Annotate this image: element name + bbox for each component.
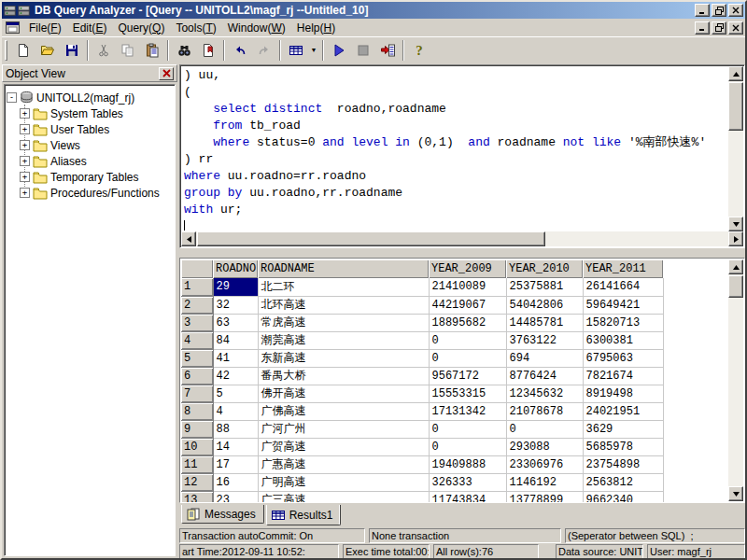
data-cell[interactable]: 常虎高速 — [258, 314, 429, 331]
row-number-cell[interactable]: 8 — [181, 402, 213, 420]
data-cell[interactable]: 佛开高速 — [258, 385, 429, 402]
data-cell[interactable]: 7821674 — [583, 367, 663, 385]
expand-icon[interactable]: + — [20, 108, 30, 119]
expand-icon[interactable]: + — [20, 188, 30, 198]
data-cell[interactable]: 东新高速 — [258, 349, 429, 367]
data-cell[interactable]: 0 — [429, 349, 506, 367]
data-cell[interactable]: 63 — [213, 314, 258, 331]
column-header-year_2010[interactable]: YEAR_2010 — [506, 259, 583, 278]
object-view-close-button[interactable] — [159, 67, 174, 80]
scroll-down-icon[interactable] — [728, 486, 743, 501]
data-cell[interactable]: 84 — [213, 331, 258, 349]
undo-button[interactable] — [229, 39, 251, 62]
help-button[interactable]: ? — [408, 39, 430, 62]
column-header-year_2011[interactable]: YEAR_2011 — [583, 259, 663, 278]
data-cell[interactable]: 3763122 — [506, 331, 583, 349]
data-cell[interactable]: 26141664 — [583, 278, 663, 296]
editor-hscroll-thumb[interactable] — [197, 231, 545, 246]
row-number-cell[interactable]: 10 — [181, 438, 213, 455]
data-cell[interactable]: 24021951 — [583, 402, 663, 420]
data-cell[interactable]: 16 — [213, 473, 258, 491]
data-cell[interactable]: 6795063 — [583, 349, 663, 367]
data-cell[interactable]: 23 — [213, 491, 258, 503]
tree-root-unitoll2[interactable]: -UNITOLL2(magf_rj) — [7, 90, 173, 105]
row-number-cell[interactable]: 1 — [181, 278, 213, 296]
data-cell[interactable]: 23306976 — [506, 455, 583, 473]
data-cell[interactable]: 17 — [213, 455, 258, 473]
collapse-icon[interactable]: - — [7, 92, 17, 103]
open-button[interactable] — [36, 39, 59, 62]
data-cell[interactable]: 0 — [429, 420, 506, 438]
column-header-year_2009[interactable]: YEAR_2009 — [429, 259, 506, 278]
data-cell[interactable]: 14 — [213, 438, 258, 455]
data-cell[interactable]: 88 — [213, 420, 258, 438]
editor-vertical-scrollbar[interactable] — [728, 66, 743, 231]
data-cell[interactable]: 广明高速 — [258, 473, 429, 491]
menu-item-h[interactable]: Help(H) — [291, 20, 341, 36]
data-cell[interactable]: 9662340 — [583, 491, 663, 503]
data-cell[interactable]: 2563812 — [583, 473, 663, 491]
expand-icon[interactable]: + — [20, 172, 30, 182]
grid-dropdown-button[interactable]: ▼ — [308, 39, 319, 62]
data-cell[interactable]: 21410089 — [429, 278, 506, 296]
find-button[interactable] — [173, 39, 195, 62]
mdi-close-button[interactable] — [728, 21, 743, 35]
row-number-cell[interactable]: 7 — [181, 385, 213, 402]
restore-button[interactable] — [712, 4, 726, 17]
data-cell[interactable]: 13778899 — [506, 491, 583, 503]
scroll-down-icon[interactable] — [728, 217, 743, 231]
data-cell[interactable]: 326333 — [429, 473, 506, 491]
data-cell[interactable]: 694 — [506, 349, 583, 367]
data-cell[interactable]: 0 — [506, 420, 583, 438]
save-button[interactable] — [61, 39, 83, 62]
row-number-cell[interactable]: 11 — [181, 455, 213, 473]
column-header-roadname[interactable]: ROADNAME — [258, 259, 429, 278]
data-cell[interactable]: 广三高速 — [258, 491, 429, 503]
tree-item-user-tables[interactable]: +User Tables — [7, 121, 173, 137]
export-button[interactable] — [376, 39, 399, 62]
toolbar-grip[interactable] — [5, 40, 7, 61]
data-cell[interactable]: 9567172 — [429, 367, 506, 385]
close-button[interactable] — [728, 4, 743, 17]
tree-item-system-tables[interactable]: +System Tables — [7, 105, 173, 121]
expand-icon[interactable]: + — [20, 124, 30, 134]
menu-item-q[interactable]: Query(Q) — [112, 20, 170, 36]
row-number-cell[interactable]: 3 — [181, 314, 213, 331]
minimize-button[interactable] — [695, 4, 710, 17]
corner-header-cell[interactable] — [181, 259, 213, 278]
data-cell[interactable]: 44219067 — [429, 296, 506, 314]
data-cell[interactable]: 广惠高速 — [258, 455, 429, 473]
data-cell[interactable]: 广佛高速 — [258, 402, 429, 420]
menu-item-t[interactable]: Tools(T) — [170, 20, 221, 36]
data-cell[interactable]: 1146192 — [506, 473, 583, 491]
menu-item-w[interactable]: Window(W) — [222, 20, 291, 36]
data-cell[interactable]: 15820713 — [583, 314, 663, 331]
data-cell[interactable]: 番禺大桥 — [258, 367, 429, 385]
expand-icon[interactable]: + — [20, 156, 30, 166]
data-cell[interactable]: 23754898 — [583, 455, 663, 473]
row-number-cell[interactable]: 2 — [181, 296, 213, 314]
data-cell[interactable]: 广河广州 — [258, 420, 429, 438]
data-cell[interactable]: 5685978 — [583, 438, 663, 455]
editor-horizontal-scrollbar[interactable] — [181, 231, 743, 246]
data-cell[interactable]: 0 — [429, 438, 506, 455]
row-number-cell[interactable]: 9 — [181, 420, 213, 438]
data-cell[interactable]: 11743834 — [429, 491, 506, 503]
data-cell[interactable]: 32 — [213, 296, 258, 314]
data-cell[interactable]: 12345632 — [506, 385, 583, 402]
scroll-right-icon[interactable] — [728, 231, 743, 246]
stop-button[interactable] — [352, 39, 374, 62]
column-header-roadno[interactable]: ROADNO — [213, 259, 258, 278]
data-cell[interactable]: 54042806 — [506, 296, 583, 314]
data-cell[interactable]: 6300381 — [583, 331, 663, 349]
mdi-child-icon[interactable] — [6, 21, 20, 34]
data-cell[interactable]: 3629 — [583, 420, 663, 438]
scroll-up-icon[interactable] — [728, 66, 743, 81]
mdi-minimize-button[interactable] — [695, 21, 710, 35]
data-cell[interactable]: 8776424 — [506, 367, 583, 385]
selected-cell[interactable]: 29 — [213, 278, 258, 296]
data-cell[interactable]: 21078678 — [506, 402, 583, 420]
row-number-cell[interactable]: 12 — [181, 473, 213, 491]
data-cell[interactable]: 0 — [429, 331, 506, 349]
data-cell[interactable]: 59649421 — [583, 296, 663, 314]
